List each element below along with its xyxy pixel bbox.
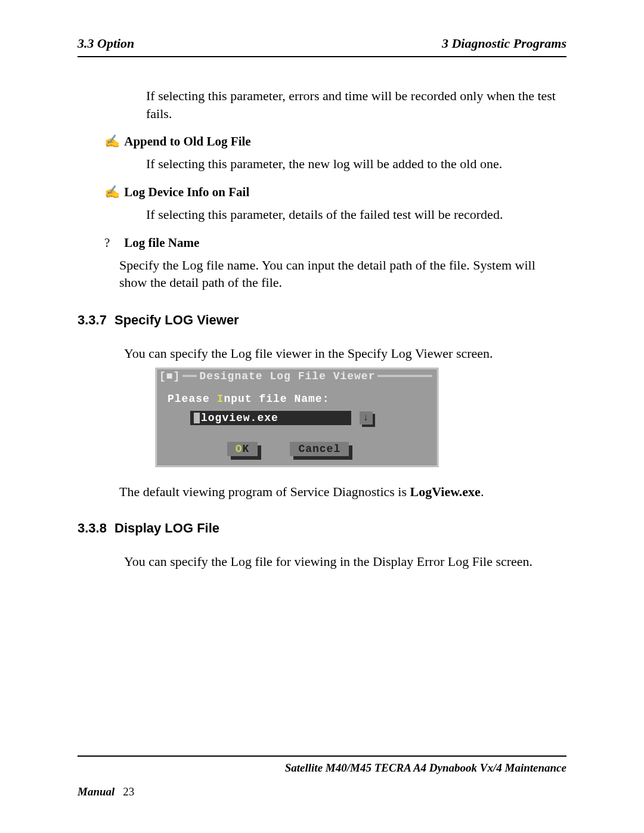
pencil-icon: ✍ <box>104 134 121 149</box>
cancel-label: Cancel <box>298 443 340 455</box>
log-viewer-dialog: [■] Designate Log File Viewer Please Inp… <box>155 367 439 467</box>
filename-value: logview.exe <box>201 412 278 424</box>
footer-right: Satellite M40/M45 TECRA A4 Dynabook Vx/4… <box>78 761 566 775</box>
default-viewer-name: LogView.exe <box>410 484 481 499</box>
bullet-logfilename-desc: Specify the Log file name. You can input… <box>119 256 561 292</box>
bullet-devinfo-desc: If selecting this parameter, details of … <box>146 206 566 224</box>
text: . <box>481 484 484 499</box>
dialog-prompt: Please Input file Name: <box>157 382 437 411</box>
dialog-titlebar: [■] Designate Log File Viewer <box>157 369 437 382</box>
after-dialog-text: The default viewing program of Service D… <box>119 484 566 500</box>
section-337-heading: 3.3.7Specify LOG Viewer <box>78 312 566 328</box>
chevron-down-icon: ↓ <box>363 413 370 423</box>
bullet-logfilename: ? Log file Name <box>104 236 566 250</box>
filename-input[interactable]: logview.exe <box>190 411 351 425</box>
cancel-button[interactable]: Cancel <box>290 442 349 456</box>
header-rule <box>78 56 566 57</box>
section-title: Display LOG File <box>114 521 219 535</box>
close-icon[interactable]: [■] <box>159 370 180 382</box>
section-title: Specify LOG Viewer <box>114 312 239 327</box>
question-icon: ? <box>104 236 121 250</box>
filename-input-row: logview.exe ↓ <box>190 411 437 425</box>
bullet-label: Log Device Info on Fail <box>124 185 249 199</box>
page-number: 23 <box>123 785 134 798</box>
prompt-hotkey: I <box>217 393 224 405</box>
intro-paragraph: If selecting this parameter, errors and … <box>146 87 566 122</box>
section-338-lead: You can specify the Log file for viewing… <box>124 553 566 571</box>
header-left: 3.3 Option <box>78 36 134 51</box>
bullet-devinfo: ✍ Log Device Info on Fail <box>104 185 566 200</box>
running-header: 3.3 Option 3 Diagnostic Programs <box>78 36 566 56</box>
section-number: 3.3.8 <box>78 521 114 536</box>
dialog-button-row: OK Cancel <box>157 442 419 456</box>
history-dropdown-button[interactable]: ↓ <box>360 411 373 425</box>
prompt-text: Please <box>168 393 217 405</box>
text-cursor-icon <box>194 413 200 423</box>
text: The default viewing program of Service D… <box>119 484 410 499</box>
log-viewer-dialog-wrap: [■] Designate Log File Viewer Please Inp… <box>155 367 566 467</box>
bullet-append: ✍ Append to Old Log File <box>104 134 566 149</box>
page: 3.3 Option 3 Diagnostic Programs If sele… <box>0 0 644 833</box>
ok-rest: K <box>243 443 250 455</box>
section-338-heading: 3.3.8Display LOG File <box>78 521 566 536</box>
footer-rule <box>78 755 566 757</box>
pencil-icon: ✍ <box>104 185 121 200</box>
bullet-label: Log file Name <box>124 236 199 250</box>
header-right: 3 Diagnostic Programs <box>442 36 566 51</box>
ok-button[interactable]: OK <box>227 442 258 456</box>
footer-label: Manual <box>78 785 114 798</box>
section-337-lead: You can specify the Log file viewer in t… <box>124 345 566 363</box>
prompt-text: nput file Name: <box>224 393 329 405</box>
dialog-title: Designate Log File Viewer <box>199 370 375 382</box>
ok-hotkey: O <box>236 443 243 455</box>
running-footer: Satellite M40/M45 TECRA A4 Dynabook Vx/4… <box>78 755 566 798</box>
footer-left: Manual23 <box>78 785 566 798</box>
bullet-append-desc: If selecting this parameter, the new log… <box>146 155 566 173</box>
section-number: 3.3.7 <box>78 312 114 328</box>
bullet-label: Append to Old Log File <box>124 134 250 148</box>
